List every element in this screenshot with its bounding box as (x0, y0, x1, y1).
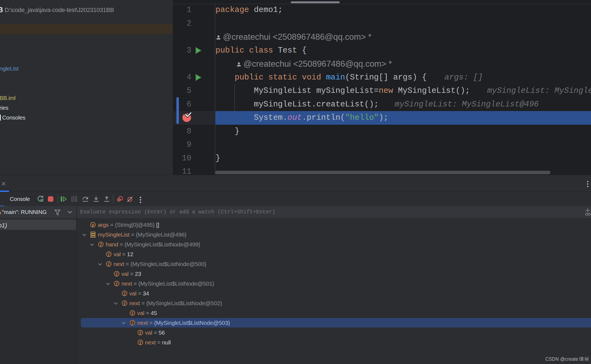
svg-text:p: p (92, 223, 94, 227)
